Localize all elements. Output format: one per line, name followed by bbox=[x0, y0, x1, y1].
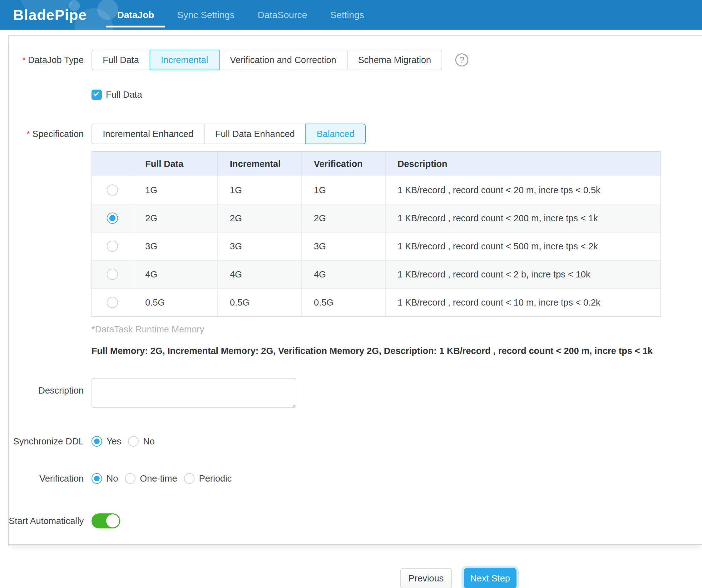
verification-row: Verification No One-time Periodic bbox=[9, 473, 702, 484]
specification-label: *Specification bbox=[9, 129, 84, 139]
toggle-knob bbox=[106, 514, 119, 528]
verification-label: Verification bbox=[9, 473, 84, 484]
spec-table-header-radio bbox=[92, 152, 133, 176]
required-asterisk: * bbox=[22, 55, 26, 65]
specification-options: Incremental Enhanced Full Data Enhanced … bbox=[92, 124, 366, 144]
spec-table-header: Full Data Incremental Verification Descr… bbox=[92, 152, 661, 176]
cell-verification: 1G bbox=[301, 176, 385, 204]
sync-ddl-yes-option[interactable]: Yes bbox=[92, 436, 121, 447]
row-radio[interactable] bbox=[107, 297, 118, 308]
cell-incremental: 4G bbox=[217, 261, 301, 288]
row-radio[interactable] bbox=[107, 241, 118, 252]
footer-actions: Previous Next Step bbox=[0, 546, 702, 588]
sync-ddl-yes-radio[interactable] bbox=[92, 436, 102, 447]
cell-full-data: 0.5G bbox=[133, 289, 217, 316]
start-automatically-toggle[interactable] bbox=[92, 513, 120, 529]
sync-ddl-no-radio[interactable] bbox=[128, 436, 139, 447]
nav-item-label: DataJob bbox=[117, 10, 154, 20]
brand-logo[interactable]: BladePipe bbox=[13, 6, 87, 23]
spec-radio-cell[interactable] bbox=[92, 233, 133, 260]
datajob-type-row: *DataJob Type Full Data Incremental Veri… bbox=[9, 50, 702, 70]
nav-item-label: DataSource bbox=[258, 10, 307, 20]
spec-radio-cell[interactable] bbox=[92, 204, 133, 232]
spec-row-4g[interactable]: 4G 4G 4G 1 KB/record , record count < 2 … bbox=[92, 260, 661, 288]
spec-row-2g[interactable]: 2G 2G 2G 1 KB/record , record count < 20… bbox=[92, 204, 661, 232]
verification-no-label: No bbox=[107, 473, 118, 484]
required-asterisk: * bbox=[26, 129, 30, 139]
next-step-button[interactable]: Next Step bbox=[464, 568, 516, 588]
specification-option-full-data-enhanced[interactable]: Full Data Enhanced bbox=[204, 124, 306, 144]
nav-item-datasource[interactable]: DataSource bbox=[246, 0, 319, 30]
spec-table-header-incremental: Incremental bbox=[217, 152, 301, 176]
spec-table-header-full-data: Full Data bbox=[133, 152, 217, 176]
synchronize-ddl-row: Synchronize DDL Yes No bbox=[9, 436, 702, 447]
sync-ddl-yes-label: Yes bbox=[107, 436, 121, 447]
verification-no-radio[interactable] bbox=[92, 473, 102, 484]
page-container: *DataJob Type Full Data Incremental Veri… bbox=[8, 35, 702, 546]
nav-item-sync-settings[interactable]: Sync Settings bbox=[166, 0, 246, 30]
datajob-type-option-full-data[interactable]: Full Data bbox=[92, 50, 150, 70]
cell-description: 1 KB/record , record count < 2 b, incre … bbox=[385, 261, 661, 288]
verification-no-option[interactable]: No bbox=[92, 473, 118, 484]
cell-full-data: 3G bbox=[133, 233, 217, 260]
nav-item-label: Sync Settings bbox=[178, 10, 235, 20]
cell-description: 1 KB/record , record count < 10 m, incre… bbox=[385, 289, 661, 316]
verification-one-time-radio[interactable] bbox=[125, 473, 135, 484]
datajob-type-option-incremental[interactable]: Incremental bbox=[149, 50, 220, 70]
spec-radio-cell[interactable] bbox=[92, 176, 133, 204]
start-automatically-row: Start Automatically bbox=[9, 513, 702, 529]
row-radio[interactable] bbox=[107, 184, 118, 196]
nav-item-settings[interactable]: Settings bbox=[319, 0, 375, 30]
specification-row: *Specification Incremental Enhanced Full… bbox=[9, 124, 702, 144]
full-data-checkbox[interactable] bbox=[92, 90, 102, 100]
previous-button[interactable]: Previous bbox=[400, 568, 452, 588]
start-automatically-label: Start Automatically bbox=[9, 516, 84, 526]
datajob-type-option-schema-migration[interactable]: Schema Migration bbox=[347, 50, 443, 70]
datajob-type-label: *DataJob Type bbox=[9, 55, 84, 65]
datajob-type-options: Full Data Incremental Verification and C… bbox=[92, 50, 442, 70]
sync-ddl-no-option[interactable]: No bbox=[128, 436, 154, 447]
help-icon[interactable]: ? bbox=[455, 53, 468, 66]
top-nav: BladePipe DataJob Sync Settings DataSour… bbox=[0, 0, 702, 30]
datajob-form-card: *DataJob Type Full Data Incremental Veri… bbox=[9, 35, 702, 545]
spec-radio-cell[interactable] bbox=[92, 261, 133, 288]
cell-verification: 0.5G bbox=[301, 289, 385, 316]
nav-item-datajob[interactable]: DataJob bbox=[106, 0, 165, 30]
nav-items: DataJob Sync Settings DataSource Setting… bbox=[106, 0, 376, 30]
spec-table-header-description: Description bbox=[385, 152, 661, 176]
synchronize-ddl-label: Synchronize DDL bbox=[9, 436, 84, 447]
spec-row-05g[interactable]: 0.5G 0.5G 0.5G 1 KB/record , record coun… bbox=[92, 288, 661, 316]
description-label: Description bbox=[9, 386, 84, 396]
cell-description: 1 KB/record , record count < 200 m, incr… bbox=[385, 204, 661, 232]
datajob-type-option-verification-and-correction[interactable]: Verification and Correction bbox=[219, 50, 348, 70]
spec-radio-cell[interactable] bbox=[92, 289, 133, 316]
cell-description: 1 KB/record , record count < 20 m, incre… bbox=[385, 176, 661, 204]
spec-table: Full Data Incremental Verification Descr… bbox=[92, 151, 661, 317]
cell-incremental: 0.5G bbox=[217, 289, 301, 316]
row-radio[interactable] bbox=[107, 269, 118, 280]
verification-periodic-label: Periodic bbox=[199, 473, 232, 484]
check-icon bbox=[93, 91, 99, 96]
nav-item-label: Settings bbox=[330, 10, 364, 20]
specification-option-incremental-enhanced[interactable]: Incremental Enhanced bbox=[92, 124, 205, 144]
cell-incremental: 1G bbox=[217, 176, 301, 204]
full-data-checkbox-label: Full Data bbox=[106, 90, 142, 100]
cell-incremental: 2G bbox=[217, 204, 301, 232]
cell-verification: 3G bbox=[301, 233, 385, 260]
spec-row-3g[interactable]: 3G 3G 3G 1 KB/record , record count < 50… bbox=[92, 232, 661, 260]
cell-incremental: 3G bbox=[217, 233, 301, 260]
selected-spec-summary: Full Memory: 2G, Incremental Memory: 2G,… bbox=[92, 346, 702, 356]
verification-periodic-option[interactable]: Periodic bbox=[184, 473, 232, 484]
cell-full-data: 4G bbox=[133, 261, 217, 288]
description-row: Description bbox=[9, 378, 702, 408]
spec-table-header-verification: Verification bbox=[301, 152, 385, 176]
cell-verification: 2G bbox=[301, 204, 385, 232]
cell-full-data: 1G bbox=[133, 176, 217, 204]
verification-periodic-radio[interactable] bbox=[184, 473, 195, 484]
description-textarea[interactable] bbox=[92, 378, 297, 408]
verification-one-time-option[interactable]: One-time bbox=[125, 473, 177, 484]
specification-option-balanced[interactable]: Balanced bbox=[306, 124, 366, 144]
spec-row-1g[interactable]: 1G 1G 1G 1 KB/record , record count < 20… bbox=[92, 176, 661, 204]
row-radio-selected[interactable] bbox=[107, 212, 118, 224]
full-data-checkbox-row: Full Data bbox=[9, 90, 702, 100]
